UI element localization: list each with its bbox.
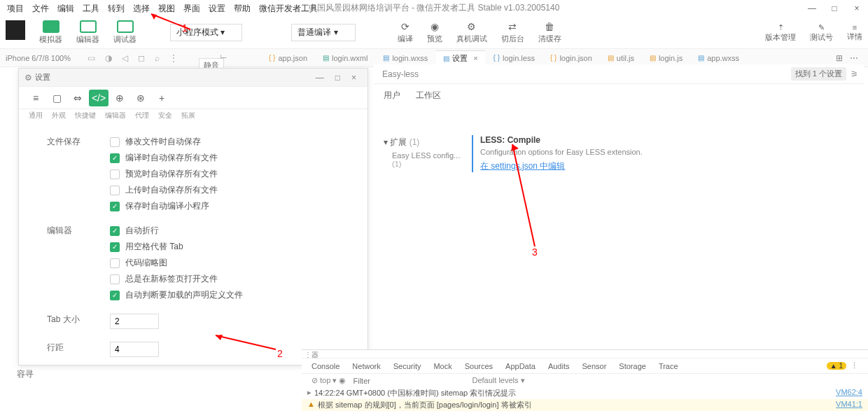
settings-tab-general[interactable]: ≡ <box>26 90 46 106</box>
warning-badge[interactable]: ▲ 1 <box>827 362 846 370</box>
menu-item[interactable]: 项目 <box>3 1 28 17</box>
debugger-button[interactable]: 调试器 <box>108 19 142 46</box>
user-tab[interactable]: 用户 <box>381 88 403 103</box>
tab-size-input[interactable] <box>110 314 159 329</box>
file-tab-active[interactable]: ▤设置× <box>436 50 484 66</box>
settings-search-input[interactable]: Easy-less <box>379 68 791 81</box>
console-tab[interactable]: Mock <box>433 362 451 370</box>
console-more-icon[interactable]: ⋮ <box>850 361 858 370</box>
device-info[interactable]: iPhone 6/7/8 100% <box>6 54 71 62</box>
file-tab[interactable]: { }login.json <box>543 50 599 66</box>
console-tab[interactable]: Trace <box>659 362 678 370</box>
checkbox[interactable]: ✓ <box>110 226 120 236</box>
minimize-button[interactable]: — <box>801 0 823 17</box>
log-source-link[interactable]: VM41:1 <box>836 400 862 410</box>
gear-icon: ⚙ <box>24 73 32 83</box>
console-filter-input[interactable] <box>353 377 465 385</box>
menu-item[interactable]: 帮助 <box>230 1 255 17</box>
menu-item[interactable]: 界面 <box>179 1 204 17</box>
more-icon[interactable]: ⋮ <box>169 53 178 63</box>
console-tab[interactable]: Audits <box>548 362 570 370</box>
less-icon: { } <box>493 54 500 62</box>
log-source-link[interactable]: VM62:4 <box>836 388 862 398</box>
console-tab[interactable]: Sources <box>465 362 493 370</box>
preview-button[interactable]: ◉预览 <box>427 21 442 44</box>
more-tabs-icon[interactable]: ⋯ <box>850 53 858 63</box>
settings-tab-appearance[interactable]: ▢ <box>47 90 66 106</box>
rotate-icon[interactable]: ◑ <box>105 53 112 63</box>
maximize-button[interactable]: □ <box>823 0 846 17</box>
file-tab[interactable]: ▤login.wxss <box>376 50 435 66</box>
mode-select[interactable]: 小程序模式 ▾ <box>170 24 242 41</box>
filter-icon[interactable]: ⚞ <box>850 69 858 79</box>
simulator-button[interactable]: 模拟器 <box>34 19 68 46</box>
checkbox[interactable]: ✓ <box>110 202 120 211</box>
dialog-maximize-button[interactable]: □ <box>330 73 346 83</box>
checkbox[interactable] <box>110 186 120 195</box>
log-levels-select[interactable]: Default levels ▾ <box>472 376 524 385</box>
checkbox[interactable] <box>110 169 120 179</box>
file-tab[interactable]: ▤login.wxml <box>316 50 374 66</box>
settings-tab-editor[interactable]: </> <box>89 90 108 106</box>
device-icon[interactable]: ▭ <box>88 53 95 63</box>
file-tab[interactable]: ▤login.js <box>643 50 690 66</box>
split-editor-icon[interactable]: ⊞ <box>836 53 843 63</box>
background-button[interactable]: ⇄切后台 <box>501 21 524 44</box>
details-button[interactable]: ≡详情 <box>847 23 862 43</box>
menu-item[interactable]: 设置 <box>204 1 230 17</box>
compile-select[interactable]: 普通编译 ▾ <box>291 24 355 41</box>
console-tab[interactable]: AppData <box>505 362 536 370</box>
switch-icon: ⇄ <box>508 21 517 32</box>
remote-debug-button[interactable]: ⚙真机调试 <box>456 21 487 44</box>
avatar[interactable] <box>6 20 25 40</box>
eye-icon: ◉ <box>430 21 439 32</box>
file-tab[interactable]: { }app.json <box>262 50 314 66</box>
dialog-close-button[interactable]: × <box>346 73 362 83</box>
close-button[interactable]: × <box>846 0 868 17</box>
menu-item[interactable]: 编辑 <box>53 1 78 17</box>
console-tab[interactable]: Storage <box>619 362 646 370</box>
checkbox[interactable]: ✓ <box>110 153 120 163</box>
file-tab[interactable]: { }login.less <box>486 50 542 66</box>
edit-in-json-link[interactable]: 在 settings.json 中编辑 <box>480 160 565 172</box>
console-tab[interactable]: Security <box>393 362 421 370</box>
checkbox[interactable] <box>110 137 120 147</box>
console-tab[interactable]: Network <box>352 362 380 370</box>
file-save-label: 文件保存 <box>47 136 103 148</box>
checkbox[interactable]: ✓ <box>110 291 120 300</box>
dialog-minimize-button[interactable]: — <box>310 73 330 83</box>
workspace-tab[interactable]: 工作区 <box>413 88 444 103</box>
settings-tab-shortcut[interactable]: ⇔ <box>68 90 88 106</box>
menu-item[interactable]: 工具 <box>78 1 104 17</box>
checkbox[interactable] <box>110 258 120 268</box>
settings-tab-proxy[interactable]: ⊕ <box>110 90 130 106</box>
menu-item[interactable]: 视图 <box>154 1 179 17</box>
line-spacing-input[interactable] <box>110 342 159 357</box>
search-icon[interactable]: ⌕ <box>155 53 160 63</box>
menu-icon: ≡ <box>853 23 857 32</box>
menu-item[interactable]: 转到 <box>104 1 129 17</box>
mute-icon[interactable]: ◁ <box>122 53 128 63</box>
checkbox[interactable] <box>110 274 120 284</box>
settings-tab-extension[interactable]: + <box>152 90 172 106</box>
checkbox[interactable]: ✓ <box>110 242 120 252</box>
clear-cache-button[interactable]: 🗑清缓存 <box>538 21 561 44</box>
menu-item[interactable]: 选择 <box>129 1 154 17</box>
menu-item[interactable]: 文件 <box>28 1 53 17</box>
editor-button[interactable]: 编辑器 <box>71 19 105 46</box>
compile-button[interactable]: ⟳编译 <box>398 21 413 44</box>
file-tab[interactable]: ▤app.wxss <box>691 50 746 66</box>
tree-easy-less[interactable]: Easy LESS config... (1) <box>381 150 472 169</box>
console-tab[interactable]: Sensor <box>582 362 606 370</box>
tree-extensions[interactable]: ▾ 扩展 (1) <box>381 135 472 150</box>
sim-icon[interactable]: ◻ <box>138 53 145 63</box>
console-handle[interactable]: ⋮器 <box>302 350 868 358</box>
settings-tab-security[interactable]: ⊛ <box>131 90 150 106</box>
test-account-button[interactable]: ✎测试号 <box>810 23 833 43</box>
file-tab[interactable]: ▤util.js <box>601 50 641 66</box>
close-icon[interactable]: × <box>473 54 477 62</box>
editor-settings-panel: Easy-less 找到 1 个设置 ⚞ 用户 工作区 ▾ 扩展 (1) Eas… <box>374 64 864 323</box>
console-context[interactable]: ⊘ top ▾ ◉ <box>312 376 346 385</box>
console-tab[interactable]: Console <box>312 362 340 370</box>
version-manage-button[interactable]: ⇡版本管理 <box>765 23 796 43</box>
